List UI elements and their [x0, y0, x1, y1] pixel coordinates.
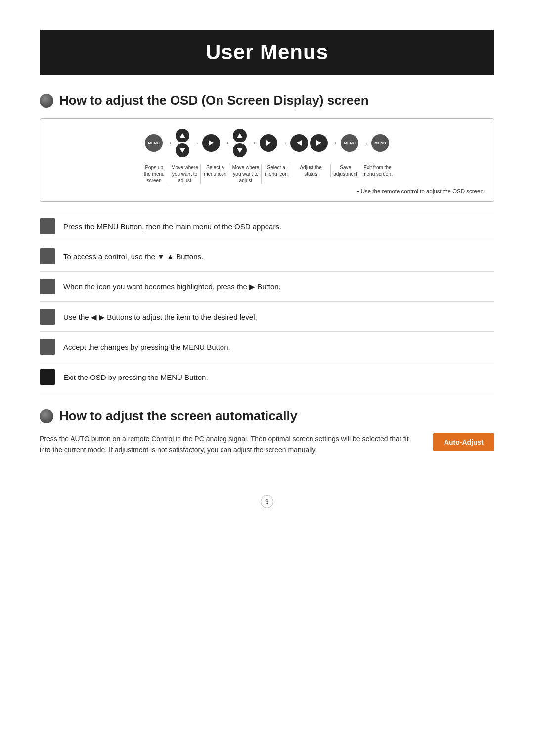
instr-icon-6 [40, 369, 55, 385]
auto-adjust-button[interactable]: Auto-Adjust [433, 433, 494, 451]
down-btn-1 [176, 143, 189, 157]
instruction-item-1: Press the MENU Button, then the main men… [40, 211, 494, 241]
instr-text-4: Use the ◀ ▶ Buttons to adjust the item t… [63, 312, 257, 322]
instr-text-5: Accept the changes by pressing the MENU … [63, 342, 230, 352]
instruction-item-4: Use the ◀ ▶ Buttons to adjust the item t… [40, 302, 494, 332]
arrow-3: → [223, 139, 230, 147]
instr-icon-5 [40, 339, 55, 355]
arrow-1: → [166, 139, 173, 147]
label-5: Select amenu icon [262, 164, 291, 177]
menu-btn-3: MENU [371, 134, 389, 152]
auto-adjust-section: Press the AUTO button on a remote Contro… [40, 433, 494, 456]
arrow-4: → [250, 139, 257, 147]
label-row: Pops upthe menuscreen Move whereyou want… [49, 164, 485, 184]
title-bar: User Menus [40, 30, 494, 75]
menu-btn-1: MENU [145, 134, 163, 152]
section1-heading: How to adjust the OSD (On Screen Display… [40, 93, 494, 108]
down-btn-2 [233, 143, 247, 157]
button-row: MENU → → → → → → [49, 129, 485, 157]
instr-icon-2 [40, 248, 55, 264]
page-number-container: 9 [40, 495, 494, 508]
page-number: 9 [261, 495, 273, 508]
menu-btn-2: MENU [341, 134, 358, 152]
instruction-list: Press the MENU Button, then the main men… [40, 211, 494, 392]
arrow-7: → [361, 139, 368, 147]
instr-text-1: Press the MENU Button, then the main men… [63, 221, 281, 232]
right-btn-1 [202, 134, 220, 152]
label-8: Exit from themenu screen. [360, 164, 395, 177]
label-3: Select amenu icon [201, 164, 230, 177]
label-6: Adjust the status [291, 164, 331, 177]
label-4: Move whereyou want toadjust [230, 164, 262, 184]
osd-diagram: MENU → → → → → → [40, 118, 494, 202]
updown-1 [176, 129, 189, 157]
arrow-6: → [331, 139, 338, 147]
page: User Menus How to adjust the OSD (On Scr… [0, 0, 534, 756]
label-7: Saveadjustment [331, 164, 360, 177]
page-title: User Menus [59, 41, 475, 64]
section2-icon [40, 409, 53, 423]
instr-icon-4 [40, 309, 55, 325]
section2-title: How to adjust the screen automatically [59, 408, 297, 424]
updown-2 [233, 129, 247, 157]
up-btn-2 [233, 129, 247, 142]
instr-icon-3 [40, 279, 55, 294]
instruction-item-6: Exit the OSD by pressing the MENU Button… [40, 362, 494, 392]
instr-text-3: When the icon you want becomes highlight… [63, 282, 281, 292]
section1-title: How to adjust the OSD (On Screen Display… [59, 93, 369, 108]
instr-text-2: To access a control, use the ▼ ▲ Buttons… [63, 251, 203, 262]
left-btn-1 [290, 134, 308, 152]
label-2: Move whereyou want toadjust [169, 164, 200, 184]
label-1: Pops upthe menuscreen [139, 164, 169, 184]
section2-heading: How to adjust the screen automatically [40, 408, 494, 424]
arrow-5: → [280, 139, 287, 147]
up-btn-1 [176, 129, 189, 142]
section1-icon [40, 94, 53, 108]
instruction-item-3: When the icon you want becomes highlight… [40, 272, 494, 302]
instruction-item-5: Accept the changes by pressing the MENU … [40, 332, 494, 362]
instruction-item-2: To access a control, use the ▼ ▲ Buttons… [40, 241, 494, 272]
arrow-2: → [192, 139, 199, 147]
osd-note: • Use the remote control to adjust the O… [49, 189, 485, 194]
instr-text-6: Exit the OSD by pressing the MENU Button… [63, 372, 208, 382]
instr-icon-1 [40, 218, 55, 234]
right-btn-3 [310, 134, 328, 152]
auto-adjust-text: Press the AUTO button on a remote Contro… [40, 433, 421, 456]
right-btn-2 [260, 134, 277, 152]
